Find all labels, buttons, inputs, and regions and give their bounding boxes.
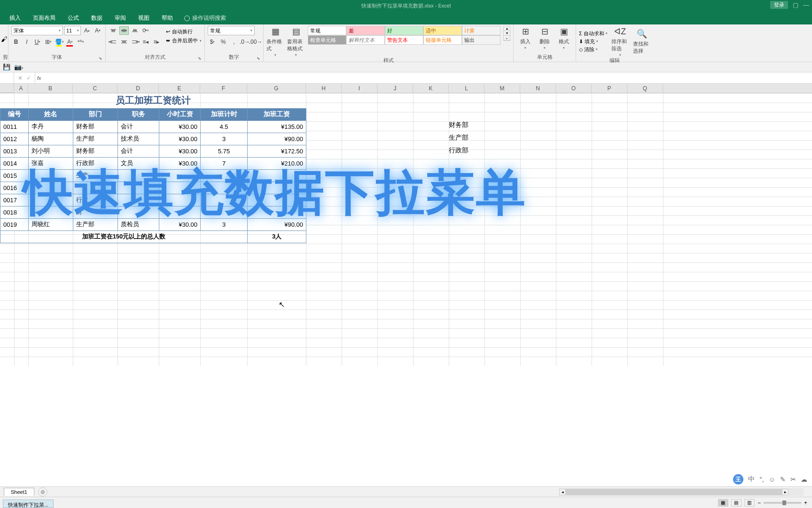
list-item[interactable]: 财务部 (449, 119, 468, 131)
merge-center-button[interactable]: ⬌合并后居中▾ (166, 37, 202, 44)
zoom-in-icon[interactable]: + (804, 500, 807, 506)
select-all-triangle[interactable] (0, 84, 14, 93)
col-header[interactable]: G (247, 84, 306, 93)
tray-edit-icon[interactable]: ✎ (780, 476, 786, 483)
font-name-select[interactable]: 宋体▾ (11, 26, 63, 35)
zoom-slider[interactable] (764, 502, 801, 504)
table-cell[interactable]: 刘小明 (29, 145, 73, 157)
style-gallery-scroll[interactable]: ▴ ▾ ⌄ (503, 26, 510, 41)
scroll-left-icon[interactable]: ◂ (559, 489, 566, 495)
table-cell[interactable] (29, 182, 73, 194)
decrease-font-icon[interactable]: A▾ (93, 26, 102, 35)
col-header[interactable]: D (117, 84, 159, 93)
style-good[interactable]: 好 (385, 26, 423, 35)
accounting-format-icon[interactable]: $▾ (208, 37, 217, 47)
taskbar-item[interactable]: 快速制作下拉菜... (3, 500, 54, 508)
page-layout-view-icon[interactable]: ▤ (731, 499, 742, 507)
style-neutral[interactable]: 适中 (423, 26, 462, 35)
table-cell[interactable]: 生产 (73, 169, 118, 182)
italic-button[interactable]: I (22, 37, 31, 47)
table-cell[interactable] (29, 206, 73, 218)
user-badge-icon[interactable]: 王 (733, 474, 743, 484)
tab-insert[interactable]: 插入 (4, 12, 26, 24)
tab-formulas[interactable]: 公式 (62, 12, 85, 24)
font-launcher-icon[interactable]: ⬊ (99, 56, 102, 61)
autosum-button[interactable]: Σ 自动求和 ▾ (579, 30, 608, 37)
phonetic-button[interactable]: ᵃᵇ▾ (76, 37, 86, 47)
orientation-icon[interactable]: ⟳▾ (141, 26, 150, 35)
table-cell[interactable] (201, 206, 248, 218)
table-cell[interactable]: 0013 (0, 145, 29, 157)
decrease-indent-icon[interactable]: ≡◂ (141, 37, 150, 47)
col-header[interactable]: H (306, 84, 342, 93)
tab-page-layout[interactable]: 页面布局 (27, 12, 61, 24)
decrease-decimal-icon[interactable]: .00→ (251, 37, 260, 47)
fx-icon[interactable]: fx (35, 72, 41, 83)
sort-filter-button[interactable]: ᐊZ排序和筛选▾ (611, 26, 629, 57)
table-cell[interactable] (159, 169, 201, 182)
table-cell[interactable]: 会计 (118, 120, 159, 133)
align-center-icon[interactable] (119, 38, 129, 46)
table-cell[interactable] (248, 169, 306, 182)
col-header[interactable]: P (592, 84, 627, 93)
ribbon-display-icon[interactable]: ▢ (793, 1, 798, 8)
sheet-tab[interactable]: Sheet1 (4, 488, 34, 496)
table-cell[interactable]: 质检员 (118, 218, 159, 230)
table-cell[interactable]: 文员 (118, 157, 159, 169)
table-cell[interactable] (159, 182, 201, 194)
table-cell[interactable]: 生产部 (73, 133, 118, 145)
list-item[interactable]: 生产部 (449, 131, 468, 144)
col-header[interactable]: B (28, 84, 73, 93)
formula-input[interactable] (41, 72, 812, 83)
col-header[interactable]: J (377, 84, 413, 93)
minimize-icon[interactable]: — (803, 1, 809, 8)
format-cells-button[interactable]: ▣格式▾ (555, 26, 573, 50)
alignment-launcher-icon[interactable]: ⬊ (198, 56, 202, 61)
gallery-up-icon[interactable]: ▴ (504, 26, 510, 31)
table-cell[interactable]: ¥30.00 (159, 145, 201, 157)
table-cell[interactable] (29, 194, 73, 206)
table-cell[interactable]: 3 (201, 218, 248, 230)
table-cell[interactable] (248, 206, 306, 218)
style-warning[interactable]: 警告文本 (385, 35, 423, 45)
font-size-select[interactable]: 11▾ (64, 26, 81, 35)
table-cell[interactable]: 0019 (0, 218, 29, 230)
gallery-down-icon[interactable]: ▾ (504, 31, 510, 36)
table-cell[interactable] (118, 194, 159, 206)
col-header[interactable]: C (73, 84, 117, 93)
login-button[interactable]: 登录 (770, 1, 788, 9)
zoom-out-icon[interactable]: − (757, 500, 761, 506)
table-cell[interactable]: ¥30.00 (159, 120, 201, 133)
table-cell[interactable]: 0018 (0, 206, 29, 218)
style-check-cell[interactable]: 检查单元格 (308, 35, 346, 45)
border-button[interactable]: ⊞▾ (44, 37, 53, 47)
insert-cells-button[interactable]: ⊞插入▾ (516, 26, 534, 50)
table-cell[interactable] (73, 182, 118, 194)
table-cell[interactable]: 技术员 (118, 133, 159, 145)
clear-button[interactable]: ◇ 清除 ▾ (579, 46, 608, 53)
table-cell[interactable]: ¥172.50 (248, 145, 306, 157)
table-cell[interactable] (201, 194, 248, 206)
table-cell[interactable]: 0017 (0, 194, 29, 206)
tray-emoji-icon[interactable]: ☺ (769, 476, 775, 483)
align-top-icon[interactable] (109, 26, 118, 35)
table-cell[interactable]: 3 (201, 133, 248, 145)
table-cell[interactable]: 张嘉 (29, 157, 73, 169)
table-cell[interactable]: 0012 (0, 133, 29, 145)
table-cell[interactable]: 会计 (118, 145, 159, 157)
underline-button[interactable]: U▾ (33, 37, 42, 47)
page-break-view-icon[interactable]: ▥ (744, 499, 755, 507)
table-cell[interactable]: 4.5 (201, 120, 248, 133)
style-linked[interactable]: 链接单元格 (423, 35, 462, 45)
comma-format-icon[interactable]: , (229, 37, 239, 47)
table-cell[interactable]: 行政部 (73, 157, 118, 169)
table-cell[interactable]: 财务部 (73, 120, 118, 133)
table-cell[interactable] (29, 169, 73, 182)
horizontal-scrollbar[interactable]: ◂ ▸ (559, 488, 804, 496)
enter-icon[interactable]: ✓ (26, 75, 31, 81)
col-header[interactable]: I (342, 84, 377, 93)
style-bad[interactable]: 差 (346, 26, 385, 35)
align-right-icon[interactable] (130, 38, 140, 46)
col-header[interactable]: E (159, 84, 200, 93)
tab-data[interactable]: 数据 (86, 12, 108, 24)
